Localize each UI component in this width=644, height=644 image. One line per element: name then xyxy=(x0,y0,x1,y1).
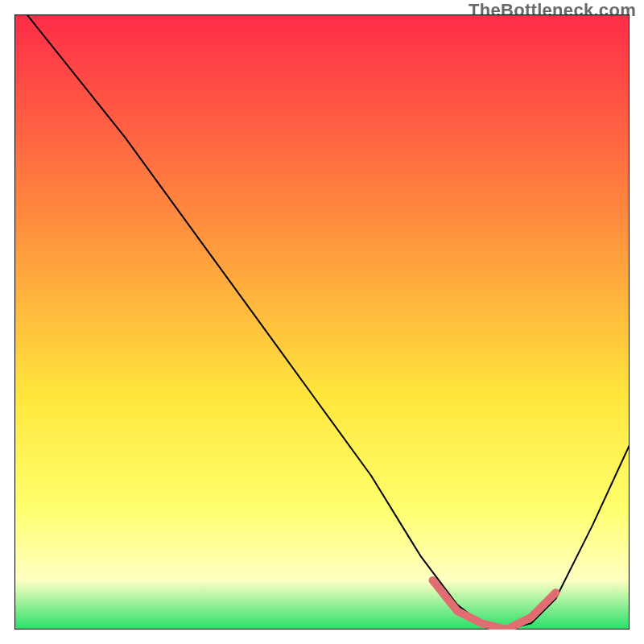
svg-rect-0 xyxy=(14,14,630,630)
chart-svg xyxy=(14,14,630,630)
plot-area xyxy=(14,14,630,630)
chart-container: TheBottleneck.com xyxy=(0,0,644,644)
